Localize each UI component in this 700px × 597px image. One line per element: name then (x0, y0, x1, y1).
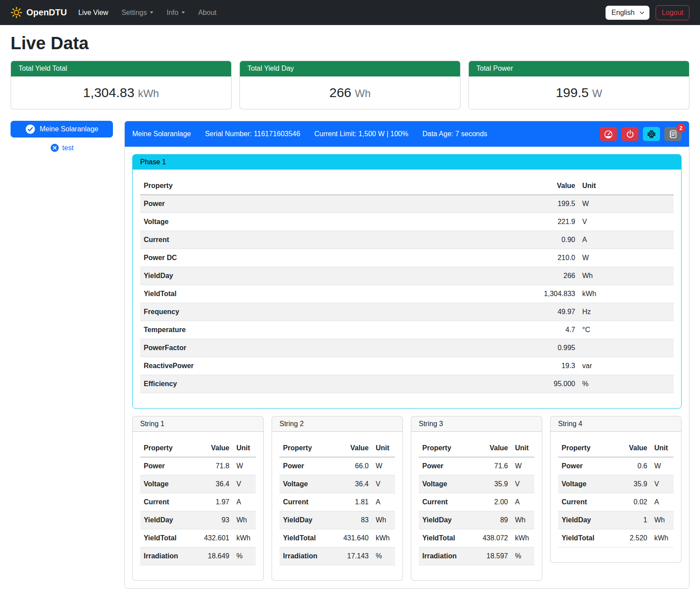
property-cell: YieldDay (419, 511, 471, 529)
value-cell: 17.143 (332, 547, 372, 565)
chevron-down-icon (639, 10, 645, 16)
table-header-row: Property Value Unit (140, 177, 674, 195)
unit-cell: W (579, 195, 674, 213)
table-head: Property Value Unit (419, 439, 534, 457)
event-log-button[interactable]: 2 (664, 127, 682, 141)
value-cell: 0.90 (521, 231, 579, 249)
value-cell: 93 (192, 511, 233, 529)
string-card-title: String 3 (411, 416, 542, 432)
property-cell: Voltage (558, 475, 610, 493)
value-cell: 2.520 (610, 529, 651, 547)
col-value: Value (471, 439, 511, 457)
value-cell: 2.00 (471, 493, 511, 511)
unit-cell: % (233, 547, 256, 565)
value-cell: 210.0 (521, 249, 579, 267)
navbar-right: English Logout (606, 5, 689, 20)
value-cell: 0.6 (610, 457, 651, 475)
col-property: Property (419, 439, 471, 457)
table-row: Irradiation17.143% (279, 547, 395, 565)
table-row: ReactivePower19.3var (140, 357, 674, 375)
value-cell: 36.4 (192, 475, 233, 493)
value-cell: 1.97 (192, 493, 233, 511)
property-cell: Current (558, 493, 610, 511)
unit-cell: W (372, 457, 395, 475)
table-head: Property Value Unit (558, 439, 674, 457)
property-cell: YieldTotal (558, 529, 610, 547)
table-head: Property Value Unit (140, 439, 256, 457)
table-row: Frequency49.97Hz (140, 303, 674, 321)
nav-item-settings[interactable]: Settings (121, 9, 153, 17)
table-row: Current1.97A (140, 493, 256, 511)
limit-settings-button[interactable] (600, 127, 617, 141)
unit-cell: W (233, 457, 256, 475)
property-cell: Current (279, 493, 332, 511)
property-cell: Voltage (140, 213, 521, 231)
value-cell: 49.97 (521, 303, 579, 321)
string-card-title: String 2 (272, 416, 403, 432)
unit-cell: A (651, 493, 674, 511)
string-card-title: String 1 (133, 416, 263, 432)
table-row: Power199.5W (140, 195, 674, 213)
power-icon (626, 130, 635, 138)
nav-item-about[interactable]: About (198, 9, 217, 17)
speedometer-icon (604, 130, 613, 139)
value-cell: 89 (471, 511, 511, 529)
property-cell: Temperature (140, 321, 521, 339)
property-cell: Irradiation (140, 547, 192, 565)
property-cell: Current (419, 493, 471, 511)
table-head: Property Value Unit (279, 439, 395, 457)
property-cell: Efficiency (140, 375, 521, 393)
table-row: Voltage36.4V (140, 475, 256, 493)
property-cell: Frequency (140, 303, 521, 321)
col-unit: Unit (233, 439, 256, 457)
table-row: YieldDay93Wh (140, 511, 256, 529)
property-cell: YieldDay (279, 511, 332, 529)
device-info-button[interactable] (643, 127, 660, 141)
inverter-item-label: test (62, 144, 74, 152)
unit-cell: A (233, 493, 256, 511)
table-row: Temperature4.7°C (140, 321, 674, 339)
unit-cell: A (579, 231, 674, 249)
table-row: Current0.02A (558, 493, 674, 511)
inverter-card: Meine Solaranlage Serial Number: 1161716… (124, 121, 689, 589)
unit-cell: V (233, 475, 256, 493)
brand-link[interactable]: OpenDTU (11, 7, 67, 18)
inverter-name: Meine Solaranlage (132, 130, 191, 138)
property-cell: Power (279, 457, 332, 475)
unit-cell: % (511, 547, 534, 565)
value-cell: 1,304.833 (521, 285, 579, 303)
nav-item-info[interactable]: Info (167, 9, 185, 17)
inverter-button-selected[interactable]: Meine Solaranlage (11, 121, 113, 137)
nav-item-label: Info (167, 9, 178, 17)
value-cell: 432.601 (192, 529, 233, 547)
table-row: YieldTotal1,304.833kWh (140, 285, 674, 303)
property-cell: PowerFactor (140, 339, 521, 357)
nav-item-label: About (198, 9, 217, 17)
string-table: Property Value Unit Power0.6WVoltage35.9… (558, 439, 674, 547)
unit-cell: kWh (651, 529, 674, 547)
table-body: Power199.5WVoltage221.9VCurrent0.90APowe… (140, 195, 674, 393)
card-value: 199.5 (556, 85, 589, 100)
inverter-card-body: Phase 1 Property Value Unit (125, 147, 689, 588)
unit-cell: kWh (372, 529, 395, 547)
nav-item-live-view[interactable]: Live View (78, 9, 108, 17)
x-circle-icon (50, 143, 59, 152)
col-property: Property (140, 439, 192, 457)
unit-cell: W (651, 457, 674, 475)
col-unit: Unit (651, 439, 674, 457)
navbar: OpenDTU Live View Settings Info About En… (0, 0, 700, 25)
table-row: YieldDay89Wh (419, 511, 534, 529)
language-value: English (612, 9, 635, 16)
unit-cell: kWh (579, 285, 674, 303)
phase-card-body: Property Value Unit Power199.5WVoltage22… (133, 170, 681, 408)
value-cell: 266 (521, 267, 579, 285)
power-toggle-button[interactable] (621, 127, 638, 141)
value-cell: 95.000 (521, 375, 579, 393)
inverter-item-test[interactable]: test (11, 143, 113, 152)
string-table: Property Value Unit Power71.8WVoltage36.… (140, 439, 256, 565)
table-row: YieldDay1Wh (558, 511, 674, 529)
value-cell: 0.995 (521, 339, 579, 357)
property-cell: YieldDay (558, 511, 610, 529)
logout-button[interactable]: Logout (656, 5, 689, 20)
language-select[interactable]: English (606, 6, 649, 20)
